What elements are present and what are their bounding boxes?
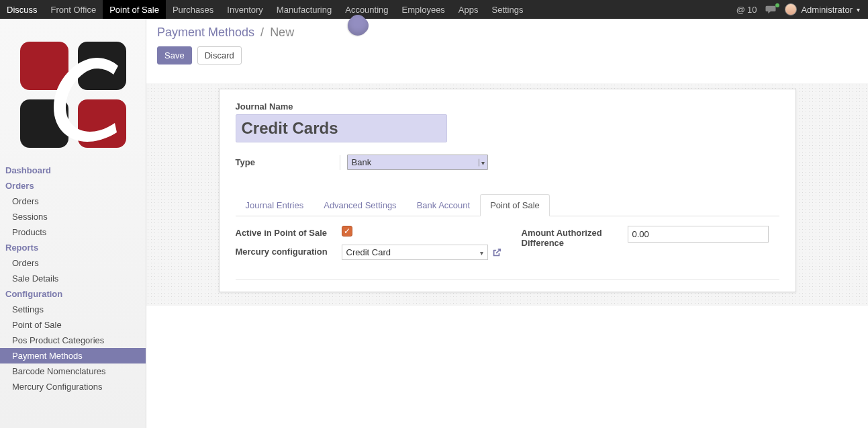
mercury-line: Mercury configuration Credit Card ▾ xyxy=(236,245,501,260)
tabs: Journal Entries Advanced Settings Bank A… xyxy=(236,194,779,216)
top-nav-right: @ 10 Administrator ▾ xyxy=(736,0,868,19)
amount-diff-label: Amount Authorized Difference xyxy=(522,226,628,248)
sidebar-item-products[interactable]: Products xyxy=(0,224,146,240)
nav-apps[interactable]: Apps xyxy=(452,0,485,19)
type-label: Type xyxy=(236,155,342,167)
main-inner: Payment Methods / New Save Discard Journ… xyxy=(146,19,868,306)
sidebar-section-configuration[interactable]: Configuration xyxy=(0,286,146,302)
sheet-wrapper: Journal Name Type Bank ▾ Jo xyxy=(146,75,868,306)
sidebar-item-barcode-nomenclatures[interactable]: Barcode Nomenclatures xyxy=(0,363,146,379)
sidebar: Dashboard Orders Orders Sessions Product… xyxy=(0,19,146,428)
at-icon: @ xyxy=(736,5,745,15)
nav-front-office[interactable]: Front Office xyxy=(44,0,103,19)
nav-point-of-sale[interactable]: Point of Sale xyxy=(103,0,166,19)
chevron-down-icon: ▾ xyxy=(857,6,860,13)
nav-inventory[interactable]: Inventory xyxy=(220,0,269,19)
sheet-divider xyxy=(236,279,779,280)
tab-point-of-sale[interactable]: Point of Sale xyxy=(480,194,550,216)
breadcrumb-current: New xyxy=(270,26,294,39)
discard-button[interactable]: Discard xyxy=(197,46,242,65)
sidebar-section-dashboard[interactable]: Dashboard xyxy=(0,163,146,178)
mercury-select-value: Credit Card xyxy=(346,247,391,257)
nav-accounting[interactable]: Accounting xyxy=(338,0,395,19)
save-button[interactable]: Save xyxy=(157,46,192,65)
sidebar-item-payment-methods[interactable]: Payment Methods xyxy=(0,348,146,363)
chat-online-dot xyxy=(775,3,779,7)
breadcrumb: Payment Methods / New xyxy=(146,19,868,40)
type-select[interactable]: Bank ▾ xyxy=(347,155,488,170)
sidebar-item-mercury-configs[interactable]: Mercury Configurations xyxy=(0,379,146,394)
nav-discuss[interactable]: Discuss xyxy=(0,0,44,19)
active-pos-line: Active in Point of Sale ✓ xyxy=(236,226,501,238)
tab-advanced-settings[interactable]: Advanced Settings xyxy=(314,194,406,216)
tab-pane-pos: Active in Point of Sale ✓ Mercury config… xyxy=(236,216,779,267)
active-pos-checkbox[interactable]: ✓ xyxy=(342,226,352,237)
top-nav-left: Discuss Front Office Point of Sale Purch… xyxy=(0,0,530,19)
external-link-icon[interactable] xyxy=(492,248,501,257)
active-pos-label: Active in Point of Sale xyxy=(236,226,342,238)
pos-right-col: Amount Authorized Difference xyxy=(522,226,779,267)
nav-employees[interactable]: Employees xyxy=(395,0,452,19)
sidebar-item-orders[interactable]: Orders xyxy=(0,194,146,209)
chat-icon[interactable] xyxy=(765,5,777,14)
user-name: Administrator xyxy=(801,5,853,15)
tab-journal-entries[interactable]: Journal Entries xyxy=(236,194,314,216)
app-logo xyxy=(16,38,130,152)
journal-name-label: Journal Name xyxy=(236,101,779,112)
user-menu[interactable]: Administrator ▾ xyxy=(785,3,860,15)
main: Payment Methods / New Save Discard Journ… xyxy=(146,19,868,428)
sidebar-item-report-orders[interactable]: Orders xyxy=(0,255,146,271)
sidebar-item-sale-details[interactable]: Sale Details xyxy=(0,271,146,286)
chevron-down-icon: ▾ xyxy=(480,249,483,256)
type-row: Type Bank ▾ xyxy=(236,155,779,170)
type-select-value: Bank xyxy=(352,157,372,167)
action-bar: Save Discard xyxy=(146,40,868,75)
amount-diff-line: Amount Authorized Difference xyxy=(522,226,779,248)
mercury-label: Mercury configuration xyxy=(236,245,342,257)
form-sheet: Journal Name Type Bank ▾ Jo xyxy=(219,89,796,292)
content-wrap: Dashboard Orders Orders Sessions Product… xyxy=(0,19,868,428)
mail-count-value: 10 xyxy=(747,5,757,15)
breadcrumb-sep: / xyxy=(258,26,267,39)
sidebar-item-pos-categories[interactable]: Pos Product Categories xyxy=(0,333,146,348)
mercury-select[interactable]: Credit Card ▾ xyxy=(342,245,488,260)
pos-left-col: Active in Point of Sale ✓ Mercury config… xyxy=(236,226,501,267)
avatar xyxy=(785,3,797,15)
breadcrumb-parent[interactable]: Payment Methods xyxy=(157,26,254,39)
mail-indicator[interactable]: @ 10 xyxy=(736,5,757,15)
logo-wrap xyxy=(0,19,146,163)
top-nav: Discuss Front Office Point of Sale Purch… xyxy=(0,0,868,19)
sidebar-item-pos[interactable]: Point of Sale xyxy=(0,317,146,333)
nav-purchases[interactable]: Purchases xyxy=(166,0,220,19)
tab-bank-account[interactable]: Bank Account xyxy=(407,194,481,216)
col-divider xyxy=(340,155,340,170)
chevron-down-icon: ▾ xyxy=(479,159,485,166)
journal-name-input[interactable] xyxy=(236,114,447,142)
amount-diff-input[interactable] xyxy=(628,226,769,243)
sidebar-section-orders[interactable]: Orders xyxy=(0,178,146,194)
sidebar-item-sessions[interactable]: Sessions xyxy=(0,209,146,224)
sidebar-section-reports[interactable]: Reports xyxy=(0,240,146,255)
nav-settings[interactable]: Settings xyxy=(485,0,530,19)
sidebar-item-settings[interactable]: Settings xyxy=(0,302,146,317)
nav-manufacturing[interactable]: Manufacturing xyxy=(270,0,338,19)
